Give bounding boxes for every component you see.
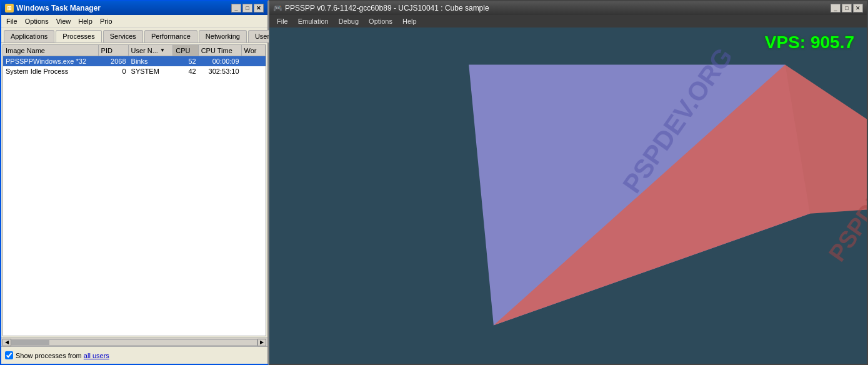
ppsspp-close-button[interactable]: ✕ xyxy=(853,4,863,12)
task-manager-title-bar: ⊞ Windows Task Manager _ □ ✕ xyxy=(1,1,267,15)
task-manager-title: Windows Task Manager xyxy=(16,4,101,12)
task-manager-window: ⊞ Windows Task Manager _ □ ✕ File Option… xyxy=(0,0,269,365)
all-users-link[interactable]: all users xyxy=(84,352,109,359)
menu-options[interactable]: Options xyxy=(21,17,52,26)
scrollbar-track[interactable] xyxy=(11,339,257,346)
col-header-wor[interactable]: Wor xyxy=(242,45,266,56)
tabs-bar: Applications Processes Services Performa… xyxy=(1,28,267,43)
cell-user-0: Binks xyxy=(129,56,174,66)
ppsspp-render-area: VPS: 905.7 PSPDEV.ORG PSPDEV.ORG xyxy=(269,28,867,364)
col-header-name[interactable]: Image Name xyxy=(3,45,99,56)
tab-performance[interactable]: Performance xyxy=(144,30,197,42)
cell-wor-0 xyxy=(242,56,266,66)
menu-view[interactable]: View xyxy=(52,17,75,26)
close-button[interactable]: ✕ xyxy=(254,4,264,12)
scroll-left-button[interactable]: ◀ xyxy=(2,339,11,346)
ppsspp-menu-debug[interactable]: Debug xyxy=(334,17,364,26)
cell-name-1: System Idle Process xyxy=(3,66,99,76)
cell-pid-0: 2068 xyxy=(99,56,129,66)
show-all-users-checkbox[interactable] xyxy=(5,351,13,359)
ppsspp-menu-options[interactable]: Options xyxy=(364,17,397,26)
cell-user-1: SYSTEM xyxy=(129,66,174,76)
ppsspp-menu-file[interactable]: File xyxy=(272,17,293,26)
show-all-users-checkbox-wrap: Show processes from all users xyxy=(5,351,109,359)
cell-time-1: 302:53:10 xyxy=(199,66,242,76)
ppsspp-minimize-button[interactable]: _ xyxy=(831,4,841,12)
ppsspp-menu-help[interactable]: Help xyxy=(397,17,422,26)
ppsspp-menu-bar: File Emulation Debug Options Help xyxy=(269,15,867,28)
tab-processes[interactable]: Processes xyxy=(56,30,101,42)
ppsspp-maximize-button[interactable]: □ xyxy=(842,4,852,12)
menu-file[interactable]: File xyxy=(2,17,21,26)
ppsspp-title-bar: 🎮 PPSSPP v0.7.6-1142-gcc60b89 - UCJS1004… xyxy=(269,1,867,15)
scrollbar-thumb[interactable] xyxy=(12,340,49,345)
ppsspp-window: 🎮 PPSSPP v0.7.6-1142-gcc60b89 - UCJS1004… xyxy=(269,0,868,365)
cell-cpu-1: 42 xyxy=(173,66,198,76)
menu-help[interactable]: Help xyxy=(74,17,96,26)
ppsspp-menu-emulation[interactable]: Emulation xyxy=(293,17,334,26)
status-bar: Show processes from all users xyxy=(1,346,267,364)
tab-applications[interactable]: Applications xyxy=(4,30,54,42)
cell-time-0: 00:00:09 xyxy=(199,56,242,66)
table-row[interactable]: System Idle Process 0 SYSTEM 42 302:53:1… xyxy=(3,66,266,76)
tab-services[interactable]: Services xyxy=(103,30,143,42)
tab-networking[interactable]: Networking xyxy=(199,30,247,42)
cell-cpu-0: 52 xyxy=(173,56,198,66)
horizontal-scrollbar[interactable]: ◀ ▶ xyxy=(1,338,267,346)
menu-bar: File Options View Help Prio xyxy=(1,15,267,28)
scroll-right-button[interactable]: ▶ xyxy=(257,339,266,346)
task-manager-window-buttons: _ □ ✕ xyxy=(231,4,264,12)
sort-arrow-icon: ▼ xyxy=(160,48,165,53)
table-body[interactable]: PPSSPPWindows.exe *32 2068 Binks 52 00:0… xyxy=(3,56,266,336)
col-header-pid[interactable]: PID xyxy=(99,45,129,56)
table-header: Image Name PID User N... ▼ CPU CPU Time … xyxy=(3,45,266,56)
col-header-time[interactable]: CPU Time xyxy=(199,45,242,56)
show-all-users-label[interactable]: Show processes from all users xyxy=(16,352,109,359)
cell-wor-1 xyxy=(242,66,266,76)
process-table: Image Name PID User N... ▼ CPU CPU Time … xyxy=(2,44,266,336)
ppsspp-icon: 🎮 xyxy=(273,4,282,12)
minimize-button[interactable]: _ xyxy=(231,4,241,12)
table-row[interactable]: PPSSPPWindows.exe *32 2068 Binks 52 00:0… xyxy=(3,56,266,66)
ppsspp-window-buttons: _ □ ✕ xyxy=(831,4,863,12)
cell-pid-1: 0 xyxy=(99,66,129,76)
ppsspp-title: PPSSPP v0.7.6-1142-gcc60b89 - UCJS10041 … xyxy=(285,4,489,12)
col-header-user[interactable]: User N... ▼ xyxy=(129,45,174,56)
cube-render: PSPDEV.ORG PSPDEV.ORG xyxy=(269,28,867,364)
menu-prio[interactable]: Prio xyxy=(96,17,116,26)
col-header-cpu[interactable]: CPU xyxy=(173,45,198,56)
cell-name-0: PPSSPPWindows.exe *32 xyxy=(3,56,99,66)
task-manager-icon: ⊞ xyxy=(5,4,14,12)
maximize-button[interactable]: □ xyxy=(242,4,252,12)
